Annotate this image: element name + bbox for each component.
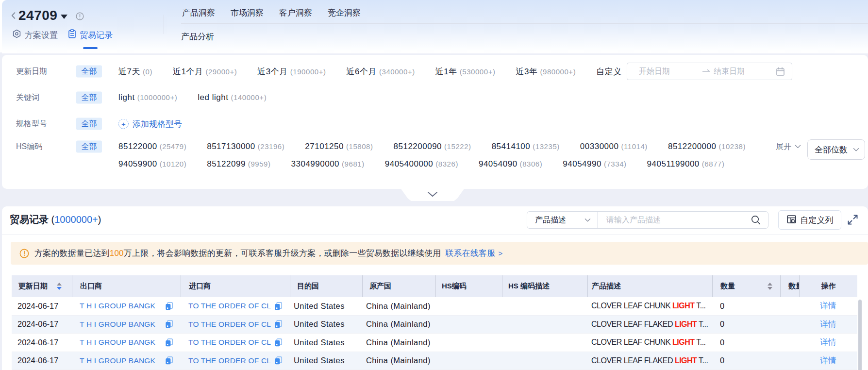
keyword-option[interactable]: led light(140000+): [198, 93, 267, 102]
hs-code-option[interactable]: 8512200090(15222): [394, 142, 471, 151]
cell-hs-code: [435, 334, 502, 352]
plan-caret-icon[interactable]: [61, 15, 67, 19]
update-date-option[interactable]: 近6个月(340000+): [347, 66, 415, 77]
update-date-option[interactable]: 近1年(530000+): [435, 66, 496, 77]
contact-support-link[interactable]: 联系在线客服: [445, 249, 495, 258]
spec-all-chip[interactable]: 全部: [76, 118, 102, 130]
hs-code-option[interactable]: 8512200000(10238): [668, 142, 746, 151]
filter-row-spec: 规格型号 全部 + 添加规格型号: [2, 118, 868, 130]
update-date-option[interactable]: 自定义: [596, 66, 624, 77]
contact-support-arrow[interactable]: >: [499, 249, 503, 257]
hs-digits-select[interactable]: 全部位数: [807, 139, 865, 160]
cell-destination: United States: [290, 297, 362, 315]
hs-code-option[interactable]: 8517130000(23196): [207, 142, 284, 151]
back-icon[interactable]: [10, 12, 17, 19]
exporter-link[interactable]: T H I GROUP BANGK: [80, 356, 155, 365]
importer-link[interactable]: TO THE ORDER OF CL: [188, 302, 271, 310]
hs-code-option[interactable]: 85122000(25479): [118, 142, 186, 151]
col-header-origin: 原产国: [362, 275, 435, 297]
top-nav-item[interactable]: 竞企洞察: [328, 7, 361, 18]
end-date-input[interactable]: 结束日期: [714, 67, 745, 77]
sub-nav-product-analysis[interactable]: 产品分析: [181, 31, 214, 42]
top-nav-item[interactable]: 产品洞察: [182, 7, 215, 18]
hs-code-option[interactable]: 27101250(15808): [305, 142, 373, 151]
hs-code-option[interactable]: 85122099(9959): [207, 159, 270, 169]
copy-icon[interactable]: [274, 338, 283, 347]
search-icon[interactable]: [750, 214, 762, 226]
product-pre: CLOVER LEAF CHUNK: [591, 338, 672, 346]
search-field-select[interactable]: 产品描述: [527, 212, 598, 228]
importer-link[interactable]: TO THE ORDER OF CL: [188, 356, 271, 365]
cell-exporter: T H I GROUP BANGK: [72, 316, 181, 334]
hs-code-option[interactable]: 9405400000(8326): [385, 159, 458, 169]
tab-trade-records-label: 贸易记录: [80, 30, 113, 41]
date-range-input[interactable]: 开始日期 结束日期: [627, 63, 792, 80]
hs-code-all-chip[interactable]: 全部: [76, 141, 102, 153]
vertical-scrollbar[interactable]: [858, 300, 862, 370]
exporter-link[interactable]: T H I GROUP BANGK: [80, 302, 155, 310]
copy-icon[interactable]: [274, 356, 283, 365]
hs-code-option[interactable]: 3304990000(9681): [291, 159, 365, 169]
keyword-all-chip[interactable]: 全部: [76, 92, 102, 104]
highlight-keyword: LIGHT: [675, 356, 697, 365]
hs-code-option[interactable]: 85414100(13235): [492, 142, 560, 151]
custom-columns-button[interactable]: 自定义列: [778, 210, 841, 230]
detail-link[interactable]: 详情: [820, 337, 836, 348]
cell-update-date: 2024-06-17: [12, 297, 72, 315]
info-icon[interactable]: [76, 12, 84, 20]
update-date-option[interactable]: 近3年(980000+): [516, 66, 576, 77]
sort-icon[interactable]: [768, 283, 772, 290]
product-post: T...: [697, 320, 708, 328]
product-description: CLOVER LEAF CHUNK LIGHT T...: [591, 302, 706, 310]
copy-icon[interactable]: [274, 320, 283, 329]
cell-exporter: T H I GROUP BANGK: [72, 352, 181, 370]
copy-icon[interactable]: [165, 320, 174, 329]
col-header-hs-code: HS编码: [435, 275, 502, 297]
hs-code-option[interactable]: 00330000(11014): [580, 142, 648, 151]
cell-origin: China (Mainland): [362, 334, 435, 352]
product-pre: CLOVER LEAF FLAKED: [591, 320, 675, 328]
update-date-option[interactable]: 近1个月(29000+): [173, 66, 237, 77]
tab-trade-records[interactable]: 贸易记录: [68, 29, 113, 41]
filter-collapse-tab[interactable]: [401, 189, 464, 201]
hs-expand-toggle[interactable]: 展开: [776, 142, 801, 152]
start-date-input[interactable]: 开始日期: [639, 67, 702, 77]
copy-icon[interactable]: [165, 356, 174, 365]
tab-plan-settings[interactable]: 方案设置: [12, 29, 58, 41]
update-date-all-chip[interactable]: 全部: [76, 66, 102, 78]
detail-link[interactable]: 详情: [820, 355, 836, 366]
top-nav-item[interactable]: 客户洞察: [279, 7, 312, 18]
hs-code-option[interactable]: 94051199000(6877): [647, 159, 725, 169]
calendar-icon[interactable]: [776, 67, 785, 76]
plan-id[interactable]: 24709: [18, 8, 57, 23]
search-input[interactable]: 请输入产品描述: [598, 212, 768, 228]
importer-link[interactable]: TO THE ORDER OF CL: [188, 338, 271, 347]
sort-icon[interactable]: [57, 283, 62, 290]
copy-icon[interactable]: [165, 302, 174, 311]
copy-icon[interactable]: [274, 302, 283, 311]
keyword-option[interactable]: light(1000000+): [118, 93, 177, 102]
col-header-update-date[interactable]: 更新日期: [12, 275, 72, 297]
hs-code-option[interactable]: 94059900(10120): [118, 159, 186, 169]
exporter-link[interactable]: T H I GROUP BANGK: [80, 338, 155, 347]
copy-icon[interactable]: [165, 338, 174, 347]
importer-link[interactable]: TO THE ORDER OF CL: [188, 320, 271, 329]
update-date-option[interactable]: 近7天(0): [118, 66, 152, 77]
add-spec-button[interactable]: + 添加规格型号: [118, 118, 182, 130]
col-header-hs-desc: HS 编码描述: [502, 275, 587, 297]
update-date-option[interactable]: 近3个月(190000+): [257, 66, 326, 77]
detail-link[interactable]: 详情: [820, 301, 836, 311]
exporter-link[interactable]: T H I GROUP BANGK: [80, 320, 155, 329]
cell-quantity: 0: [712, 334, 780, 352]
chevron-down-icon: [795, 145, 801, 149]
col-header-quantity[interactable]: 数量: [712, 275, 780, 297]
cell-quantity2: [780, 352, 799, 370]
range-arrow-icon: [702, 69, 711, 74]
table-header-row: 更新日期 出口商 进口商 目的国 原产国 HS编码 HS 编码描述 产品描述 数…: [12, 275, 857, 297]
section-divider: [2, 235, 868, 235]
hs-code-option[interactable]: 94054090(8306): [479, 159, 542, 169]
detail-link[interactable]: 详情: [820, 319, 836, 330]
top-nav-item[interactable]: 市场洞察: [231, 7, 264, 18]
fullscreen-icon[interactable]: [846, 213, 859, 226]
hs-code-option[interactable]: 94054990(7334): [563, 159, 626, 169]
